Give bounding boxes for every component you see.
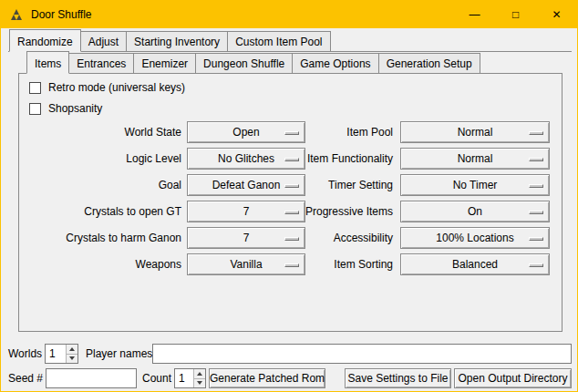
worlds-label: Worlds xyxy=(8,344,42,364)
tab-generation-setup[interactable]: Generation Setup xyxy=(379,53,480,73)
crystals-harm-ganon-label: Crystals to harm Ganon xyxy=(28,227,181,249)
dropdown-indicator-icon xyxy=(529,263,543,267)
window-controls: — □ ✕ xyxy=(454,1,577,28)
titlebar: Door Shuffle — □ ✕ xyxy=(1,1,577,28)
count-label: Count xyxy=(142,368,171,388)
tab-game-options[interactable]: Game Options xyxy=(293,53,378,73)
goal-value: Defeat Ganon xyxy=(212,179,281,191)
seed-label: Seed # xyxy=(8,368,43,388)
dropdown-indicator-icon xyxy=(529,211,543,214)
window-title: Door Shuffle xyxy=(31,8,92,21)
item-pool-value: Normal xyxy=(458,126,493,139)
shopsanity-label: Shopsanity xyxy=(48,100,102,117)
crystals-harm-ganon-value: 7 xyxy=(243,232,250,244)
crystals-open-gt-value: 7 xyxy=(243,205,250,218)
open-output-directory-button[interactable]: Open Output Directory xyxy=(454,368,572,388)
tab-items[interactable]: Items xyxy=(26,51,69,74)
logic-level-label: Logic Level xyxy=(28,148,181,170)
accessibility-label: Accessibility xyxy=(293,227,393,249)
tab-entrances[interactable]: Entrances xyxy=(69,53,134,73)
worlds-spinner-arrows xyxy=(66,345,77,363)
dropdown-indicator-icon xyxy=(529,237,543,241)
crystals-open-gt-dropdown[interactable]: 7 xyxy=(187,201,305,222)
item-functionality-label: Item Functionality xyxy=(293,148,393,170)
tab-adjust[interactable]: Adjust xyxy=(81,31,127,51)
checkbox-box xyxy=(29,103,41,115)
weapons-dropdown[interactable]: Vanilla xyxy=(187,253,305,275)
minimize-icon[interactable]: — xyxy=(454,1,495,28)
weapons-label: Weapons xyxy=(28,253,181,275)
dropdown-indicator-icon xyxy=(529,184,543,188)
dropdown-indicator-icon xyxy=(529,158,543,161)
item-pool-label: Item Pool xyxy=(293,121,393,143)
tab-starting-inventory[interactable]: Starting Inventory xyxy=(127,31,228,51)
world-state-dropdown[interactable]: Open xyxy=(187,121,305,143)
progressive-items-value: On xyxy=(468,205,482,218)
spinner-down-icon[interactable] xyxy=(194,379,205,388)
timer-setting-dropdown[interactable]: No Timer xyxy=(400,174,550,196)
spinner-up-icon[interactable] xyxy=(194,369,205,379)
timer-setting-value: No Timer xyxy=(453,179,498,191)
tab-enemizer[interactable]: Enemizer xyxy=(134,53,196,73)
weapons-value: Vanilla xyxy=(230,258,262,271)
app-window: Door Shuffle — □ ✕ Randomize Adjust Star… xyxy=(0,0,578,392)
worlds-value: 1 xyxy=(49,345,56,363)
item-functionality-value: Normal xyxy=(458,152,493,165)
count-spinbox[interactable]: 1 xyxy=(174,368,206,388)
seed-input[interactable] xyxy=(46,368,137,388)
crystals-open-gt-label: Crystals to open GT xyxy=(28,201,181,222)
timer-setting-label: Timer Setting xyxy=(293,174,393,196)
items-pane: Retro mode (universal keys) Shopsanity W… xyxy=(18,73,563,332)
tab-randomize[interactable]: Randomize xyxy=(9,29,81,52)
count-spinner-arrows xyxy=(193,369,205,387)
shopsanity-checkbox[interactable]: Shopsanity xyxy=(29,100,102,117)
retro-mode-label: Retro mode (universal keys) xyxy=(48,79,185,96)
progressive-items-dropdown[interactable]: On xyxy=(400,201,550,222)
spinner-up-icon[interactable] xyxy=(67,345,77,355)
accessibility-dropdown[interactable]: 100% Locations xyxy=(400,227,550,249)
progressive-items-label: Progressive Items xyxy=(293,201,393,222)
item-sorting-value: Balanced xyxy=(452,258,498,271)
world-state-label: World State xyxy=(28,121,181,143)
player-names-label: Player names xyxy=(86,344,152,364)
maximize-icon[interactable]: □ xyxy=(495,1,536,28)
crystals-harm-ganon-dropdown[interactable]: 7 xyxy=(187,227,305,249)
main-tab-bar: Randomize Adjust Starting Inventory Cust… xyxy=(9,31,331,52)
generate-patched-rom-button[interactable]: Generate Patched Rom xyxy=(209,368,325,388)
spinner-down-icon[interactable] xyxy=(67,355,77,364)
world-state-value: Open xyxy=(232,126,259,139)
goal-dropdown[interactable]: Defeat Ganon xyxy=(187,174,305,196)
item-functionality-dropdown[interactable]: Normal xyxy=(400,148,550,170)
save-settings-button[interactable]: Save Settings to File xyxy=(345,368,451,388)
app-icon xyxy=(9,7,24,22)
tab-dungeon-shuffle[interactable]: Dungeon Shuffle xyxy=(196,53,293,73)
close-icon[interactable]: ✕ xyxy=(536,1,577,28)
goal-label: Goal xyxy=(28,174,181,196)
worlds-spinbox[interactable]: 1 xyxy=(45,344,78,364)
player-names-input[interactable] xyxy=(152,344,572,364)
dropdown-indicator-icon xyxy=(529,131,543,135)
sub-tab-bar: Items Entrances Enemizer Dungeon Shuffle… xyxy=(26,53,480,74)
checkbox-box xyxy=(29,82,41,94)
accessibility-value: 100% Locations xyxy=(436,232,513,244)
logic-level-value: No Glitches xyxy=(218,152,274,165)
retro-mode-checkbox[interactable]: Retro mode (universal keys) xyxy=(29,79,185,96)
item-pool-dropdown[interactable]: Normal xyxy=(400,121,550,143)
item-sorting-dropdown[interactable]: Balanced xyxy=(400,253,550,275)
logic-level-dropdown[interactable]: No Glitches xyxy=(187,148,305,170)
tab-custom-item-pool[interactable]: Custom Item Pool xyxy=(228,31,330,51)
item-sorting-label: Item Sorting xyxy=(293,253,393,275)
count-value: 1 xyxy=(179,369,185,387)
